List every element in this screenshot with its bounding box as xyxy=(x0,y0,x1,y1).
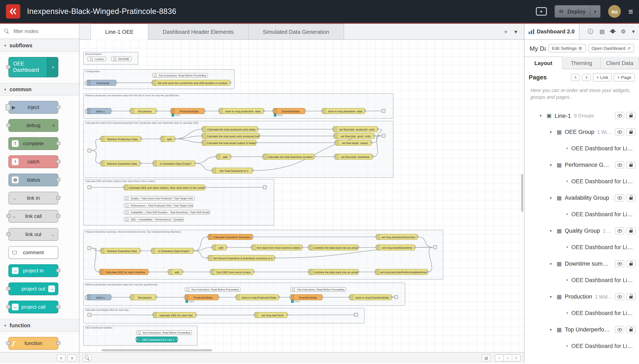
link-out-node-g4-lo[interactable] xyxy=(382,134,386,138)
link-out-node-g6-lo[interactable] xyxy=(433,245,437,249)
flow-node-g7-i[interactable]: inject u xyxy=(87,294,111,300)
palette-node-function[interactable]: ƒfunction xyxy=(9,337,58,350)
comment-node-g5-c4[interactable]: OEE = (Availability) * (Performance) * (… xyxy=(124,217,184,222)
visibility-toggle-button[interactable] xyxy=(615,227,624,234)
tree-group-row[interactable]: ▾▦Performance Group1 Widgets xyxy=(524,157,639,173)
tree-widget-row[interactable]: ◔OEE Dashboard for Line 1 xyxy=(524,272,639,288)
flow-node-g3-pd[interactable]: ProductionDataRWC xyxy=(171,108,205,114)
flow-node-g4-s1[interactable]: split xyxy=(161,136,175,142)
chevron-down-icon[interactable]: ▾ xyxy=(550,163,557,167)
flow-node-g9-n[interactable]: ◔OEE Dashboard for Line 1 xyxy=(136,336,177,342)
flow-node-g4-ie[interactable]: Is Downtime Data Empty? xyxy=(153,160,195,166)
flow-node-g4-rp[interactable]: Retrieve Production Data xyxy=(101,136,141,142)
chevron-down-icon[interactable]: ▾ xyxy=(550,262,557,266)
main-menu-button[interactable]: ≡ xyxy=(628,8,633,16)
zoom-out-button[interactable]: − xyxy=(495,354,504,362)
user-avatar[interactable]: su xyxy=(608,5,621,18)
flow-node-g2-f1[interactable]: Set and store the current line and shift… xyxy=(152,80,230,86)
palette-node-complete[interactable]: !complete xyxy=(9,137,58,150)
palette-node-debug[interactable]: ≡debug xyxy=(9,119,58,132)
flow-node-g6-cm[interactable]: Calculate OEE for each machine xyxy=(99,269,148,275)
zoom-in-button[interactable]: + xyxy=(512,354,521,362)
link-out-node-g8-lo[interactable] xyxy=(354,313,358,317)
palette-node-link-in[interactable]: →link in xyxy=(9,192,58,204)
add-page-button[interactable]: + Page xyxy=(614,73,635,82)
flow-node-g6-ds[interactable]: set msg.downtimeSummary xyxy=(376,234,418,240)
tab-theming[interactable]: Theming xyxy=(563,56,601,69)
flow-tab-line-1-oee[interactable]: Line-1 OEE xyxy=(90,24,148,40)
canvas-horizontal-scrollbar[interactable] xyxy=(101,349,212,351)
comment-node-g5-c2[interactable]: Performance = Total Produced Units / Tot… xyxy=(124,203,193,208)
flow-node-g4-c2[interactable]: Calculate the total good units produced … xyxy=(202,133,259,139)
visibility-toggle-button[interactable] xyxy=(615,326,624,333)
comment-node-g7-k1[interactable]: Key Instructions: Read Before Proceeding xyxy=(185,287,240,292)
flow-node-g6-cb[interactable]: Combine the data back into an array. xyxy=(308,244,358,250)
link-out-node-g3-lo[interactable] xyxy=(382,109,386,113)
visibility-toggle-button[interactable] xyxy=(615,112,624,119)
canvas-search-button[interactable] xyxy=(83,354,92,362)
chevron-down-icon[interactable]: ▾ xyxy=(550,130,557,134)
flow-node-g7-dd[interactable]: DowntimeDataRWC xyxy=(290,294,323,300)
flow-node-g6-su[interactable]: Sort OEE from worst to best xyxy=(210,269,253,275)
link-in-node-g4-li[interactable] xyxy=(88,149,91,152)
flow-node-g7-p[interactable]: Set params xyxy=(130,294,156,300)
palette-search[interactable] xyxy=(0,24,79,39)
edit-settings-button[interactable]: Edit Settings ⚙ xyxy=(548,44,585,52)
flow-node-g3-sd[interactable]: store in msg.downtime_data xyxy=(322,108,365,114)
comment-node-g5-c1[interactable]: Quality = Total Good Units Produced / To… xyxy=(124,196,195,200)
link-in-node-g8-li[interactable] xyxy=(88,313,91,317)
flow-node-g7-pd[interactable]: ProductionDataRWC xyxy=(185,294,218,300)
flowfuse-logo[interactable] xyxy=(6,4,20,18)
chevron-down-icon[interactable]: ▾ xyxy=(550,229,557,233)
tree-widget-row[interactable]: ◔OEE Dashboard for Line 1 xyxy=(524,140,639,157)
palette-collapse-down-button[interactable]: ∨ xyxy=(68,354,77,362)
tree-page-row[interactable]: ▾▣Line-19 Groups xyxy=(524,107,639,124)
sidebar-collapse-icon[interactable]: ▾ xyxy=(632,29,635,34)
flow-node-g5-m[interactable]: Calculate OEE and other metrics, then st… xyxy=(124,184,205,190)
palette-collapse-up-button[interactable]: ∧ xyxy=(57,354,66,362)
tab-layout[interactable]: Layout xyxy=(524,56,563,69)
palette-node-project-out[interactable]: →project out xyxy=(9,282,58,295)
flow-node-g6-cb2[interactable]: Combine the data back into an array. xyxy=(308,269,358,275)
visibility-toggle-button[interactable] xyxy=(615,260,624,267)
chevron-down-icon[interactable]: ▾ xyxy=(550,328,557,332)
tree-group-row[interactable]: ▾▦Availability Group1 Widgets xyxy=(524,190,639,206)
sidebar-tab-dashboard[interactable]: Dashboard 2.0 xyxy=(524,24,579,39)
tree-widget-row[interactable]: ◔OEE Dashboard for Line 1 xyxy=(524,338,639,354)
link-in-node-g6-li[interactable] xyxy=(88,246,91,250)
scroll-to-top-button[interactable]: ∧ xyxy=(571,74,580,81)
palette-node-project-in[interactable]: →project in xyxy=(9,264,58,277)
flow-node-g3-i[interactable]: inject u xyxy=(87,108,111,114)
visibility-toggle-button[interactable] xyxy=(615,161,624,168)
scroll-to-bottom-button[interactable]: ∨ xyxy=(582,74,591,81)
palette-search-input[interactable] xyxy=(13,28,68,34)
comment-node-g5-c3[interactable]: Availability = (Total Shift Duration - T… xyxy=(124,210,210,214)
flow-node-g4-t1[interactable]: set flow.total_produced_units xyxy=(333,126,378,132)
flow-node-g4-c3[interactable]: Calculate the total target output of tod… xyxy=(202,140,256,146)
comment-node-g9-k[interactable]: Key Instructions: Read Before Proceeding xyxy=(136,330,192,335)
palette-node-catch[interactable]: !catch xyxy=(9,156,58,168)
lock-toggle-button[interactable] xyxy=(626,227,635,234)
settings-icon[interactable]: ⚙ xyxy=(621,29,626,34)
flow-node-g3-p[interactable]: Set params xyxy=(130,108,156,114)
flow-node-g4-c1[interactable]: Calculate the total produced units today xyxy=(202,126,258,132)
canvas-vertical-scrollbar[interactable] xyxy=(521,174,523,212)
palette-section-header-function[interactable]: ▾function xyxy=(0,319,79,332)
lock-toggle-button[interactable] xyxy=(626,260,635,267)
add-flow-button[interactable]: + xyxy=(504,28,508,35)
link-out-node-g7-lo[interactable] xyxy=(394,295,398,299)
palette-node-link-call[interactable]: ↔link call xyxy=(9,210,58,222)
palette-node-link-out[interactable]: →link out xyxy=(9,228,58,241)
palette-node-oee-dashboard[interactable]: OEE Dashboard◔ xyxy=(9,57,58,77)
flow-node-g7-sd[interactable]: store in msg.DowntimeData xyxy=(350,294,392,300)
lock-toggle-button[interactable] xyxy=(626,128,635,136)
flow-node-g4-t2[interactable]: set flow.total_good_units xyxy=(334,133,375,139)
flow-node-g6-s1[interactable]: split xyxy=(212,244,226,250)
flow-node-g6-rc[interactable]: set msg.recentDowntime xyxy=(376,244,415,250)
tree-widget-row[interactable]: ◔OEE Dashboard for Line 1 xyxy=(524,305,639,321)
chevron-down-icon[interactable]: ▾ xyxy=(550,196,557,200)
visibility-toggle-button[interactable] xyxy=(615,128,624,136)
flow-node-g6-se[interactable]: Set Recent Downtime & Downtime summery t… xyxy=(208,255,275,261)
deploy-button[interactable]: Deploy ▾ xyxy=(554,5,600,18)
help-icon[interactable]: ▤ xyxy=(599,29,605,34)
